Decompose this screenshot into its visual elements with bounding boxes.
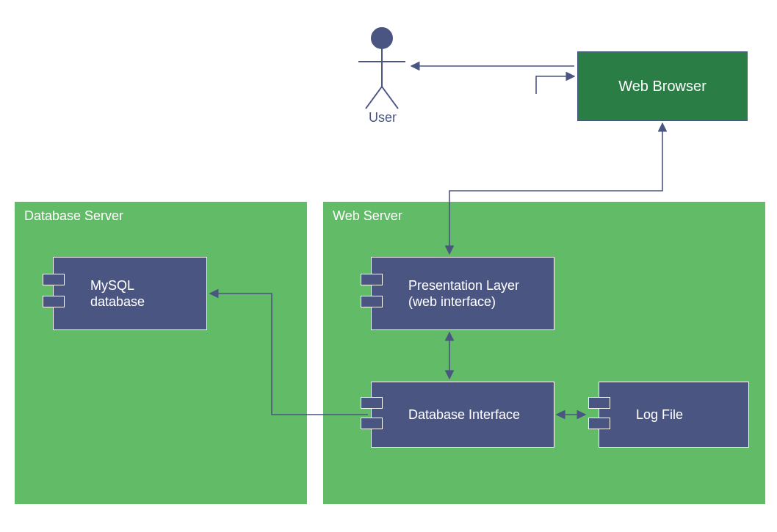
connectors-layer bbox=[0, 0, 777, 532]
edge-dbinterface-mysql bbox=[210, 294, 368, 415]
edge-user-browser-elbow bbox=[536, 76, 574, 94]
diagram-canvas: Database Server Web Server MySQL databas… bbox=[0, 0, 777, 532]
edge-browser-presentation bbox=[449, 123, 662, 254]
